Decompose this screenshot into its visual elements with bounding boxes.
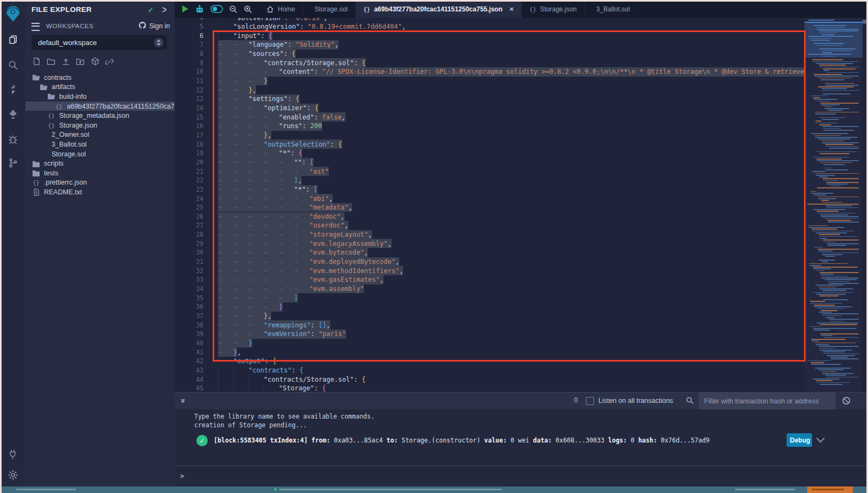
debug-button[interactable]: Debug: [787, 433, 812, 447]
code-line-45[interactable]: 45"Storage": {: [175, 384, 805, 392]
close-tab-icon[interactable]: ×: [509, 5, 514, 13]
code-line-4[interactable]: 4"solcVersion": "0.8.19",: [175, 18, 805, 22]
file-tree-item[interactable]: tests: [25, 168, 175, 178]
code-line-21[interactable]: 21→→→→→→"ast": [175, 167, 805, 176]
tab-Storage.json[interactable]: {}Storage.json: [522, 0, 585, 18]
terminal-search-icon[interactable]: [686, 396, 694, 407]
tab-Home[interactable]: Home: [259, 0, 303, 18]
file-tree-item[interactable]: README.txt: [25, 187, 175, 197]
code-line-16[interactable]: 16→→→→"runs": 200: [175, 122, 805, 131]
code-line-8[interactable]: 8→→"sources": {: [175, 49, 805, 59]
git-icon[interactable]: [0, 154, 25, 172]
code-line-17[interactable]: 17→→→},: [175, 131, 805, 140]
plugin-manager-icon[interactable]: [0, 445, 25, 464]
tab-a69b43f277ba20fcac141151250ca755.json[interactable]: {}a69b43f277ba20fcac141151250ca755.json×: [356, 0, 522, 18]
code-line-7[interactable]: 7→→"language": "Solidity",: [175, 40, 805, 49]
workspace-dropdown-icon[interactable]: [154, 38, 163, 47]
debugger-icon[interactable]: [0, 130, 25, 149]
terminal-collapse-icon[interactable]: «: [178, 399, 187, 403]
upload-file-icon[interactable]: [61, 56, 71, 66]
code-editor[interactable]: 4"solcVersion": "0.8.19",5"solcLongVersi…: [175, 18, 805, 392]
code-line-22[interactable]: 22→→→→→],: [175, 176, 805, 185]
code-line-40[interactable]: 40→→}: [175, 339, 805, 348]
code-line-26[interactable]: 26→→→→→→"devdoc",: [175, 212, 805, 222]
code-line-20[interactable]: 20→→→→→"": [: [175, 158, 805, 167]
code-line-33[interactable]: 33→→→→→→"evm.gasEstimates",: [175, 275, 805, 285]
file-tree-item[interactable]: {}a69b43f277ba20fcac141151250ca7...: [25, 102, 175, 111]
code-line-38[interactable]: 38→→→"remappings": [],: [175, 320, 805, 330]
transaction-expand-chevron-icon[interactable]: [816, 434, 825, 443]
code-line-6[interactable]: 6"input": {: [175, 31, 805, 41]
code-line-23[interactable]: 23→→→→→"*": [: [175, 185, 805, 194]
link-icon[interactable]: [105, 56, 114, 66]
code-line-28[interactable]: 28→→→→→→"storageLayout",: [175, 230, 805, 239]
zoom-in-button[interactable]: [244, 5, 252, 14]
code-line-25[interactable]: 25→→→→→→"metadata",: [175, 203, 805, 212]
file-tree-item[interactable]: artifacts: [25, 83, 175, 92]
new-folder-icon[interactable]: [46, 56, 56, 66]
code-line-15[interactable]: 15→→→→"enabled": false,: [175, 112, 805, 122]
tab-3_Ballot.sol[interactable]: 3_Ballot.sol: [585, 0, 638, 18]
code-line-39[interactable]: 39→→→"evmVersion": "paris": [175, 330, 805, 339]
clear-console-icon[interactable]: [842, 396, 851, 407]
code-line-14[interactable]: 14→→→"optimizer": {: [175, 104, 805, 113]
code-line-10[interactable]: 10→→→→"content": "// SPDX-License-Identi…: [175, 67, 805, 77]
upload-folder-icon[interactable]: [75, 56, 85, 66]
code-line-11[interactable]: 11→→→}: [175, 77, 805, 86]
code-line-18[interactable]: 18→→→"outputSelection": {: [175, 140, 805, 149]
code-line-42[interactable]: 42"output": {: [175, 357, 805, 366]
code-line-9[interactable]: 9→→→"contracts/Storage.sol": {: [175, 58, 805, 67]
file-tree-item[interactable]: scripts: [25, 159, 175, 168]
robot-button[interactable]: [195, 4, 205, 14]
code-line-12[interactable]: 12→→},: [175, 85, 805, 94]
minimap-viewport[interactable]: [805, 22, 863, 58]
deploy-run-icon[interactable]: [0, 105, 25, 123]
code-line-5[interactable]: 5"solcLongVersion": "0.8.19+commit.7dd6d…: [175, 22, 805, 31]
code-line-30[interactable]: 30→→→→→→"evm.bytecode",: [175, 248, 805, 257]
workspaces-menu-icon[interactable]: [31, 23, 40, 31]
settings-icon[interactable]: [0, 466, 25, 484]
listen-all-transactions-checkbox[interactable]: [586, 397, 594, 405]
toggle-button[interactable]: [210, 5, 223, 13]
code-line-32[interactable]: 32→→→→→→"evm.methodIdentifiers",: [175, 266, 805, 275]
code-line-36[interactable]: 36→→→→}: [175, 302, 805, 312]
explorer-chevron-icon[interactable]: >: [162, 4, 167, 15]
token: ,: [380, 275, 384, 285]
tab-Storage.sol[interactable]: Storage.sol: [303, 0, 356, 18]
minimap[interactable]: [805, 18, 863, 392]
zoom-out-button[interactable]: [229, 5, 238, 14]
solidity-compiler-icon[interactable]: [0, 80, 25, 99]
file-tree-item[interactable]: build-info: [25, 92, 175, 102]
code-line-19[interactable]: 19→→→→"*": {: [175, 149, 805, 158]
code-line-27[interactable]: 27→→→→→→"userdoc",: [175, 221, 805, 230]
code-line-13[interactable]: 13→→"settings": {: [175, 94, 805, 104]
cube-icon[interactable]: [90, 56, 100, 66]
code-line-43[interactable]: 43"contracts": {: [175, 366, 805, 375]
file-tree-item[interactable]: 3_Ballot.sol: [25, 140, 175, 149]
file-tree-item[interactable]: {}Storage_metadata.json: [25, 111, 175, 121]
transaction-log-row[interactable]: ✓ [block:5583405 txIndex:4] from: 0xa03.…: [175, 433, 868, 451]
file-tree-item[interactable]: Storage.sol: [25, 149, 175, 159]
new-file-icon[interactable]: [31, 56, 41, 66]
sign-in-button[interactable]: Sign in: [138, 21, 170, 31]
code-line-35[interactable]: 35→→→→→]: [175, 293, 805, 302]
code-line-44[interactable]: 44"contracts/Storage.sol": {: [175, 375, 805, 384]
play-button[interactable]: [182, 5, 189, 13]
code-line-37[interactable]: 37→→→},: [175, 312, 805, 321]
file-tree-item[interactable]: {}.prettierrc.json: [25, 178, 175, 188]
file-tree-item[interactable]: contracts: [25, 73, 175, 83]
code-line-24[interactable]: 24→→→→→→"abi",: [175, 194, 805, 203]
transaction-filter-input[interactable]: [699, 393, 835, 409]
file-tree-item[interactable]: 2_Owner.sol: [25, 130, 175, 140]
code-line-41[interactable]: 41→},: [175, 347, 805, 357]
file-tree-item[interactable]: {}Storage.json: [25, 121, 175, 130]
code-line-34[interactable]: 34→→→→→→"evm.assembly": [175, 285, 805, 294]
code-line-29[interactable]: 29→→→→→→"evm.legacyAssembly",: [175, 239, 805, 248]
remix-logo-icon[interactable]: [0, 4, 25, 23]
workspace-select[interactable]: default_workspace: [31, 35, 167, 50]
vertical-scrollbar-thumb[interactable]: [863, 20, 866, 24]
search-icon[interactable]: [0, 56, 25, 74]
code-line-31[interactable]: 31→→→→→→"evm.deployedBytecode",: [175, 257, 805, 267]
file-explorer-icon[interactable]: [0, 30, 25, 49]
terminal-prompt[interactable]: >: [180, 472, 184, 480]
